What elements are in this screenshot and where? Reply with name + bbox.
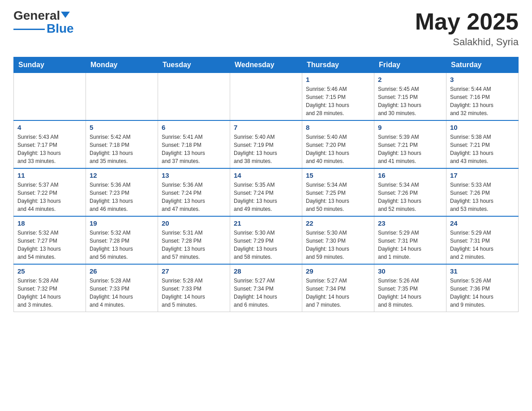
weekday-header-sunday: Sunday bbox=[14, 57, 86, 73]
day-number: 6 bbox=[162, 124, 226, 131]
day-number: 7 bbox=[234, 124, 298, 131]
calendar-cell: 27Sunrise: 5:28 AMSunset: 7:33 PMDayligh… bbox=[158, 264, 230, 312]
day-number: 1 bbox=[306, 76, 370, 83]
day-info: Sunrise: 5:38 AMSunset: 7:21 PMDaylight:… bbox=[450, 133, 515, 165]
calendar-cell: 5Sunrise: 5:42 AMSunset: 7:18 PMDaylight… bbox=[86, 120, 158, 168]
calendar-cell bbox=[14, 73, 86, 121]
calendar-cell: 12Sunrise: 5:36 AMSunset: 7:23 PMDayligh… bbox=[86, 168, 158, 216]
calendar-week-5: 25Sunrise: 5:28 AMSunset: 7:32 PMDayligh… bbox=[14, 264, 519, 312]
weekday-header-row: SundayMondayTuesdayWednesdayThursdayFrid… bbox=[14, 57, 519, 73]
calendar-week-3: 11Sunrise: 5:37 AMSunset: 7:22 PMDayligh… bbox=[14, 168, 519, 216]
day-info: Sunrise: 5:46 AMSunset: 7:15 PMDaylight:… bbox=[306, 85, 370, 117]
day-info: Sunrise: 5:27 AMSunset: 7:34 PMDaylight:… bbox=[306, 277, 370, 309]
day-number: 17 bbox=[450, 171, 515, 179]
calendar-cell: 2Sunrise: 5:45 AMSunset: 7:15 PMDaylight… bbox=[374, 73, 446, 121]
day-info: Sunrise: 5:27 AMSunset: 7:34 PMDaylight:… bbox=[234, 277, 298, 309]
day-number: 23 bbox=[378, 219, 442, 227]
calendar-cell: 7Sunrise: 5:40 AMSunset: 7:19 PMDaylight… bbox=[230, 120, 302, 168]
day-number: 14 bbox=[234, 171, 298, 179]
day-number: 26 bbox=[90, 267, 154, 275]
logo-triangle-icon bbox=[61, 12, 70, 18]
day-info: Sunrise: 5:34 AMSunset: 7:26 PMDaylight:… bbox=[378, 181, 442, 213]
calendar-cell: 26Sunrise: 5:28 AMSunset: 7:33 PMDayligh… bbox=[86, 264, 158, 312]
calendar-cell bbox=[158, 73, 230, 121]
day-number: 2 bbox=[378, 76, 442, 83]
calendar-week-2: 4Sunrise: 5:43 AMSunset: 7:17 PMDaylight… bbox=[14, 120, 519, 168]
weekday-header-tuesday: Tuesday bbox=[158, 57, 230, 73]
calendar-cell: 17Sunrise: 5:33 AMSunset: 7:26 PMDayligh… bbox=[446, 168, 519, 216]
calendar-cell: 15Sunrise: 5:34 AMSunset: 7:25 PMDayligh… bbox=[302, 168, 374, 216]
day-info: Sunrise: 5:30 AMSunset: 7:30 PMDaylight:… bbox=[306, 229, 370, 261]
calendar-cell: 23Sunrise: 5:29 AMSunset: 7:31 PMDayligh… bbox=[374, 216, 446, 264]
calendar-cell bbox=[230, 73, 302, 121]
day-number: 9 bbox=[378, 124, 442, 131]
day-number: 28 bbox=[234, 267, 298, 275]
day-info: Sunrise: 5:29 AMSunset: 7:31 PMDaylight:… bbox=[378, 229, 442, 261]
logo-text-blue: Blue bbox=[47, 22, 74, 36]
weekday-header-monday: Monday bbox=[86, 57, 158, 73]
day-number: 21 bbox=[234, 219, 298, 227]
calendar-cell: 28Sunrise: 5:27 AMSunset: 7:34 PMDayligh… bbox=[230, 264, 302, 312]
day-number: 13 bbox=[162, 171, 226, 179]
day-info: Sunrise: 5:34 AMSunset: 7:25 PMDaylight:… bbox=[306, 181, 370, 213]
day-number: 3 bbox=[450, 76, 515, 83]
day-info: Sunrise: 5:33 AMSunset: 7:26 PMDaylight:… bbox=[450, 181, 515, 213]
logo-line bbox=[13, 29, 45, 30]
location-title: Salakhid, Syria bbox=[415, 36, 519, 48]
day-info: Sunrise: 5:30 AMSunset: 7:29 PMDaylight:… bbox=[234, 229, 298, 261]
logo: General Blue bbox=[13, 9, 74, 36]
calendar-cell: 1Sunrise: 5:46 AMSunset: 7:15 PMDaylight… bbox=[302, 73, 374, 121]
title-block: May 2025 Salakhid, Syria bbox=[415, 9, 519, 48]
day-number: 5 bbox=[90, 124, 154, 131]
day-number: 22 bbox=[306, 219, 370, 227]
calendar-table: SundayMondayTuesdayWednesdayThursdayFrid… bbox=[13, 57, 519, 312]
day-info: Sunrise: 5:32 AMSunset: 7:28 PMDaylight:… bbox=[90, 229, 154, 261]
day-info: Sunrise: 5:40 AMSunset: 7:19 PMDaylight:… bbox=[234, 133, 298, 165]
day-number: 29 bbox=[306, 267, 370, 275]
weekday-header-friday: Friday bbox=[374, 57, 446, 73]
day-number: 8 bbox=[306, 124, 370, 131]
day-number: 19 bbox=[90, 219, 154, 227]
calendar-cell: 25Sunrise: 5:28 AMSunset: 7:32 PMDayligh… bbox=[14, 264, 86, 312]
day-number: 4 bbox=[17, 124, 82, 131]
calendar-cell: 13Sunrise: 5:36 AMSunset: 7:24 PMDayligh… bbox=[158, 168, 230, 216]
calendar-cell: 16Sunrise: 5:34 AMSunset: 7:26 PMDayligh… bbox=[374, 168, 446, 216]
calendar-cell: 18Sunrise: 5:32 AMSunset: 7:27 PMDayligh… bbox=[14, 216, 86, 264]
calendar-cell: 14Sunrise: 5:35 AMSunset: 7:24 PMDayligh… bbox=[230, 168, 302, 216]
page-header: General Blue May 2025 Salakhid, Syria bbox=[13, 9, 519, 48]
day-number: 10 bbox=[450, 124, 515, 131]
day-info: Sunrise: 5:36 AMSunset: 7:24 PMDaylight:… bbox=[162, 181, 226, 213]
day-number: 24 bbox=[450, 219, 515, 227]
day-info: Sunrise: 5:40 AMSunset: 7:20 PMDaylight:… bbox=[306, 133, 370, 165]
day-number: 27 bbox=[162, 267, 226, 275]
calendar-cell: 6Sunrise: 5:41 AMSunset: 7:18 PMDaylight… bbox=[158, 120, 230, 168]
calendar-cell: 8Sunrise: 5:40 AMSunset: 7:20 PMDaylight… bbox=[302, 120, 374, 168]
calendar-cell: 20Sunrise: 5:31 AMSunset: 7:28 PMDayligh… bbox=[158, 216, 230, 264]
day-number: 20 bbox=[162, 219, 226, 227]
day-info: Sunrise: 5:42 AMSunset: 7:18 PMDaylight:… bbox=[90, 133, 154, 165]
calendar-cell: 3Sunrise: 5:44 AMSunset: 7:16 PMDaylight… bbox=[446, 73, 519, 121]
day-number: 25 bbox=[17, 267, 82, 275]
day-info: Sunrise: 5:32 AMSunset: 7:27 PMDaylight:… bbox=[17, 229, 82, 261]
calendar-week-1: 1Sunrise: 5:46 AMSunset: 7:15 PMDaylight… bbox=[14, 73, 519, 121]
day-number: 11 bbox=[17, 171, 82, 179]
logo-text-general: General bbox=[13, 9, 60, 23]
weekday-header-wednesday: Wednesday bbox=[230, 57, 302, 73]
day-info: Sunrise: 5:31 AMSunset: 7:28 PMDaylight:… bbox=[162, 229, 226, 261]
day-info: Sunrise: 5:28 AMSunset: 7:33 PMDaylight:… bbox=[90, 277, 154, 309]
day-info: Sunrise: 5:39 AMSunset: 7:21 PMDaylight:… bbox=[378, 133, 442, 165]
calendar-cell bbox=[86, 73, 158, 121]
calendar-cell: 24Sunrise: 5:29 AMSunset: 7:31 PMDayligh… bbox=[446, 216, 519, 264]
day-info: Sunrise: 5:44 AMSunset: 7:16 PMDaylight:… bbox=[450, 85, 515, 117]
day-info: Sunrise: 5:45 AMSunset: 7:15 PMDaylight:… bbox=[378, 85, 442, 117]
day-info: Sunrise: 5:26 AMSunset: 7:36 PMDaylight:… bbox=[450, 277, 515, 309]
weekday-header-saturday: Saturday bbox=[446, 57, 519, 73]
calendar-cell: 30Sunrise: 5:26 AMSunset: 7:35 PMDayligh… bbox=[374, 264, 446, 312]
month-title: May 2025 bbox=[415, 9, 519, 34]
day-number: 16 bbox=[378, 171, 442, 179]
calendar-cell: 21Sunrise: 5:30 AMSunset: 7:29 PMDayligh… bbox=[230, 216, 302, 264]
calendar-cell: 31Sunrise: 5:26 AMSunset: 7:36 PMDayligh… bbox=[446, 264, 519, 312]
weekday-header-thursday: Thursday bbox=[302, 57, 374, 73]
day-info: Sunrise: 5:35 AMSunset: 7:24 PMDaylight:… bbox=[234, 181, 298, 213]
calendar-cell: 22Sunrise: 5:30 AMSunset: 7:30 PMDayligh… bbox=[302, 216, 374, 264]
